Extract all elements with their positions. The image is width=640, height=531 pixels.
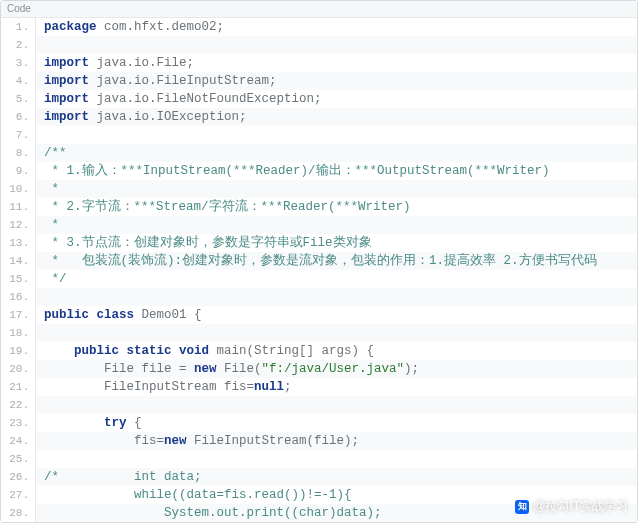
code-content[interactable]: * 包装流(装饰流):创建对象时，参数是流对象，包装的作用：1.提高效率 2.方… (36, 252, 637, 270)
code-line: 4.import java.io.FileInputStream; (1, 72, 637, 90)
code-content[interactable]: File file = new File("f:/java/User.java"… (36, 360, 637, 378)
code-line: 19. public static void main(String[] arg… (1, 342, 637, 360)
line-number: 28. (1, 504, 36, 522)
code-line: 15. */ (1, 270, 637, 288)
code-token: */ (44, 272, 67, 286)
code-token: * 1.输入：***InputStream(***Reader)/输出：***O… (44, 164, 550, 178)
line-number: 3. (1, 54, 36, 72)
code-content[interactable]: * (36, 216, 637, 234)
code-token: public (44, 308, 89, 322)
code-line: 3.import java.io.File; (1, 54, 637, 72)
code-token: "f:/java/User.java" (262, 362, 405, 376)
code-content[interactable] (36, 288, 637, 306)
line-number: 5. (1, 90, 36, 108)
code-token: /** (44, 146, 67, 160)
watermark: 知 @拉勾IT实战学习 (515, 498, 628, 515)
line-number: 10. (1, 180, 36, 198)
watermark-text: @拉勾IT实战学习 (533, 498, 628, 515)
line-number: 26. (1, 468, 36, 486)
code-token: java.io.FileInputStream; (89, 74, 277, 88)
code-content[interactable]: public static void main(String[] args) { (36, 342, 637, 360)
code-block: Code 1.package com.hfxt.demo02;2. 3.impo… (0, 0, 638, 523)
line-number: 27. (1, 486, 36, 504)
line-number: 24. (1, 432, 36, 450)
code-content[interactable]: */ (36, 270, 637, 288)
code-line: 13. * 3.节点流：创建对象时，参数是字符串或File类对象 (1, 234, 637, 252)
line-number: 22. (1, 396, 36, 414)
line-number: 2. (1, 36, 36, 54)
code-token: * 包装流(装饰流):创建对象时，参数是流对象，包装的作用：1.提高效率 2.方… (44, 254, 597, 268)
code-content[interactable]: * 3.节点流：创建对象时，参数是字符串或File类对象 (36, 234, 637, 252)
code-line: 25. (1, 450, 637, 468)
zhihu-logo-icon: 知 (515, 500, 529, 514)
code-token: null (254, 380, 284, 394)
code-token: static (127, 344, 172, 358)
code-content[interactable]: FileInputStream fis=null; (36, 378, 637, 396)
code-token: ); (404, 362, 419, 376)
code-line: 23. try { (1, 414, 637, 432)
code-token: ; (284, 380, 292, 394)
code-content[interactable]: import java.io.File; (36, 54, 637, 72)
code-token: java.io.IOException; (89, 110, 247, 124)
code-token: while((data=fis.read())!=-1){ (44, 488, 352, 502)
code-line: 24. fis=new FileInputStream(file); (1, 432, 637, 450)
code-content[interactable] (36, 324, 637, 342)
line-number: 21. (1, 378, 36, 396)
code-line: 1.package com.hfxt.demo02; (1, 18, 637, 36)
code-content[interactable]: /* int data; (36, 468, 637, 486)
code-content[interactable]: import java.io.IOException; (36, 108, 637, 126)
code-content[interactable]: package com.hfxt.demo02; (36, 18, 637, 36)
code-token: * (44, 182, 59, 196)
code-content[interactable]: public class Demo01 { (36, 306, 637, 324)
code-token: class (97, 308, 135, 322)
code-line: 21. FileInputStream fis=null; (1, 378, 637, 396)
line-number: 25. (1, 450, 36, 468)
code-token: void (179, 344, 209, 358)
code-line: 7. (1, 126, 637, 144)
code-content[interactable]: fis=new FileInputStream(file); (36, 432, 637, 450)
code-token: java.io.FileNotFoundException; (89, 92, 322, 106)
code-content[interactable]: import java.io.FileNotFoundException; (36, 90, 637, 108)
code-token: System.out.print((char)data); (44, 506, 382, 520)
code-line: 2. (1, 36, 637, 54)
code-content[interactable]: * 2.字节流：***Stream/字符流：***Reader(***Write… (36, 198, 637, 216)
code-token: new (194, 362, 217, 376)
line-number: 12. (1, 216, 36, 234)
line-number: 1. (1, 18, 36, 36)
code-header-label: Code (1, 1, 637, 18)
code-content[interactable]: /** (36, 144, 637, 162)
code-token: { (127, 416, 142, 430)
code-content[interactable]: * (36, 180, 637, 198)
code-content[interactable] (36, 36, 637, 54)
line-number: 13. (1, 234, 36, 252)
code-line: 10. * (1, 180, 637, 198)
code-token: package (44, 20, 97, 34)
code-content[interactable]: import java.io.FileInputStream; (36, 72, 637, 90)
code-token: import (44, 110, 89, 124)
code-token: java.io.File; (89, 56, 194, 70)
code-token: File( (217, 362, 262, 376)
code-token (89, 308, 97, 322)
code-line: 18. (1, 324, 637, 342)
code-content[interactable]: * 1.输入：***InputStream(***Reader)/输出：***O… (36, 162, 637, 180)
code-token (172, 344, 180, 358)
code-line: 11. * 2.字节流：***Stream/字符流：***Reader(***W… (1, 198, 637, 216)
code-content[interactable] (36, 126, 637, 144)
line-number: 14. (1, 252, 36, 270)
code-token (119, 344, 127, 358)
line-number: 20. (1, 360, 36, 378)
line-number: 7. (1, 126, 36, 144)
code-token: FileInputStream fis= (44, 380, 254, 394)
code-line: 14. * 包装流(装饰流):创建对象时，参数是流对象，包装的作用：1.提高效率… (1, 252, 637, 270)
code-token: FileInputStream(file); (187, 434, 360, 448)
code-body: 1.package com.hfxt.demo02;2. 3.import ja… (1, 18, 637, 522)
line-number: 16. (1, 288, 36, 306)
code-line: 6.import java.io.IOException; (1, 108, 637, 126)
code-token: Demo01 { (134, 308, 202, 322)
code-token (44, 416, 104, 430)
code-line: 5.import java.io.FileNotFoundException; (1, 90, 637, 108)
code-content[interactable]: try { (36, 414, 637, 432)
code-token: * 2.字节流：***Stream/字符流：***Reader(***Write… (44, 200, 411, 214)
code-content[interactable] (36, 450, 637, 468)
code-content[interactable] (36, 396, 637, 414)
